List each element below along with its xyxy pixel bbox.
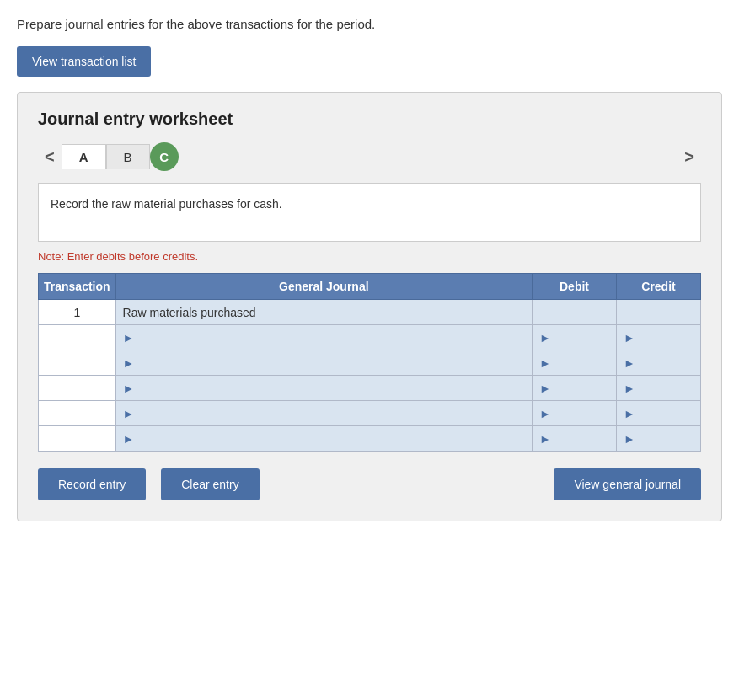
arrow-icon-7: ► bbox=[123, 382, 135, 395]
arrow-icon-8: ► bbox=[539, 382, 551, 395]
worksheet-container: Journal entry worksheet < A B C > Record… bbox=[17, 92, 722, 521]
table-row: ► ► ► bbox=[39, 325, 701, 350]
arrow-icon-15: ► bbox=[624, 432, 635, 446]
tab-a[interactable]: A bbox=[62, 144, 106, 169]
cell-gj-5[interactable]: ► bbox=[115, 401, 532, 426]
tab-nav-right[interactable]: > bbox=[677, 144, 701, 170]
cell-transaction-5 bbox=[39, 401, 116, 426]
journal-table: Transaction General Journal Debit Credit… bbox=[38, 273, 701, 452]
table-row: 1 Raw materials purchased bbox=[39, 300, 701, 325]
cell-gj-3[interactable]: ► bbox=[115, 350, 532, 376]
arrow-icon-12: ► bbox=[624, 407, 635, 420]
arrow-icon-10: ► bbox=[123, 407, 135, 420]
arrow-icon-5: ► bbox=[539, 356, 551, 370]
cell-credit-1[interactable] bbox=[617, 300, 701, 325]
arrow-icon-3: ► bbox=[624, 331, 635, 345]
col-credit: Credit bbox=[617, 274, 701, 300]
page-instruction: Prepare journal entries for the above tr… bbox=[17, 17, 722, 31]
cell-gj-6[interactable]: ► bbox=[115, 426, 532, 452]
tab-c[interactable]: C bbox=[150, 142, 179, 171]
view-general-journal-button[interactable]: View general journal bbox=[554, 468, 701, 500]
worksheet-title: Journal entry worksheet bbox=[38, 110, 701, 129]
cell-transaction-6 bbox=[39, 426, 116, 452]
arrow-icon-2: ► bbox=[539, 331, 551, 345]
cell-debit-6[interactable]: ► bbox=[533, 426, 617, 452]
arrow-icon-11: ► bbox=[539, 407, 551, 420]
instruction-box: Record the raw material purchases for ca… bbox=[38, 183, 701, 242]
cell-credit-5[interactable]: ► bbox=[617, 401, 701, 426]
tab-nav-left[interactable]: < bbox=[38, 144, 62, 170]
cell-transaction-2 bbox=[39, 325, 116, 350]
table-row: ► ► ► bbox=[39, 401, 701, 426]
buttons-row: Record entry Clear entry View general jo… bbox=[38, 468, 701, 500]
arrow-icon-9: ► bbox=[624, 382, 635, 395]
table-row: ► ► ► bbox=[39, 376, 701, 401]
col-general-journal: General Journal bbox=[115, 274, 532, 300]
cell-gj-4[interactable]: ► bbox=[115, 376, 532, 401]
arrow-icon-4: ► bbox=[123, 356, 135, 370]
cell-transaction-3 bbox=[39, 350, 116, 376]
table-row: ► ► ► bbox=[39, 350, 701, 376]
record-entry-button[interactable]: Record entry bbox=[38, 468, 146, 500]
arrow-icon-6: ► bbox=[624, 356, 635, 370]
tab-b[interactable]: B bbox=[106, 144, 150, 169]
col-transaction: Transaction bbox=[39, 274, 116, 300]
clear-entry-button[interactable]: Clear entry bbox=[161, 468, 259, 500]
arrow-icon: ► bbox=[123, 331, 135, 345]
cell-debit-3[interactable]: ► bbox=[533, 350, 617, 376]
table-row: ► ► ► bbox=[39, 426, 701, 452]
cell-debit-4[interactable]: ► bbox=[533, 376, 617, 401]
arrow-icon-13: ► bbox=[123, 432, 135, 446]
cell-transaction-4 bbox=[39, 376, 116, 401]
cell-debit-2[interactable]: ► bbox=[533, 325, 617, 350]
instruction-text: Record the raw material purchases for ca… bbox=[51, 197, 282, 211]
tabs-row: < A B C > bbox=[38, 142, 701, 171]
cell-gj-2[interactable]: ► bbox=[115, 325, 532, 350]
cell-credit-2[interactable]: ► bbox=[617, 325, 701, 350]
cell-gj-1[interactable]: Raw materials purchased bbox=[115, 300, 532, 325]
cell-credit-3[interactable]: ► bbox=[617, 350, 701, 376]
cell-debit-1[interactable] bbox=[533, 300, 617, 325]
cell-transaction-1: 1 bbox=[39, 300, 116, 325]
view-transaction-button[interactable]: View transaction list bbox=[17, 46, 151, 77]
cell-credit-4[interactable]: ► bbox=[617, 376, 701, 401]
cell-credit-6[interactable]: ► bbox=[617, 426, 701, 452]
cell-debit-5[interactable]: ► bbox=[533, 401, 617, 426]
col-debit: Debit bbox=[533, 274, 617, 300]
note-text: Note: Enter debits before credits. bbox=[38, 250, 701, 263]
arrow-icon-14: ► bbox=[539, 432, 551, 446]
